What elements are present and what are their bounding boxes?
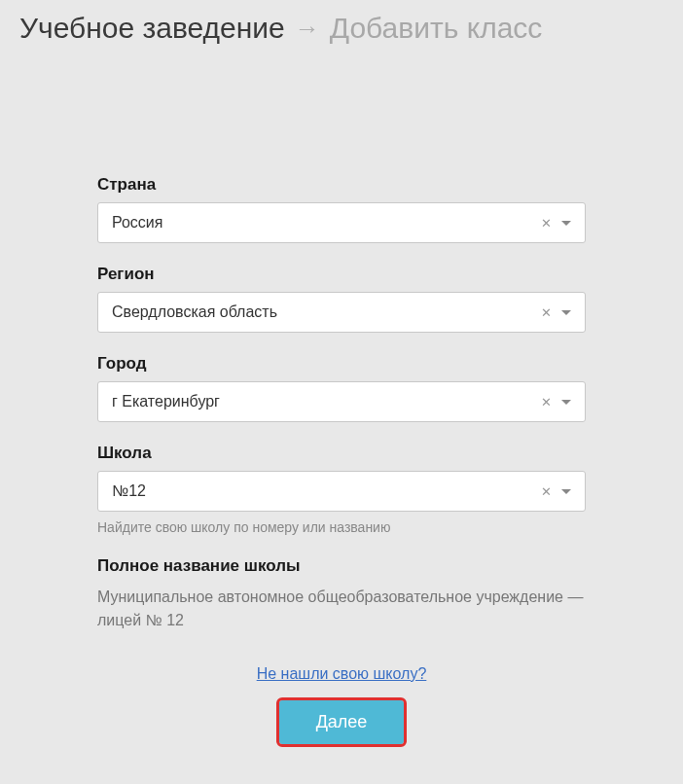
- school-group: Школа №12 ✕ Найдите свою школу по номеру…: [97, 444, 586, 535]
- breadcrumb: Учебное заведение → Добавить класс: [19, 12, 664, 45]
- city-label: Город: [97, 354, 586, 374]
- region-label: Регион: [97, 265, 586, 284]
- fullname-value: Муниципальное автономное общеобразовател…: [97, 586, 586, 632]
- city-value: г Екатеринбург: [112, 393, 220, 410]
- select-controls: ✕: [539, 203, 577, 242]
- header: Учебное заведение → Добавить класс: [0, 0, 683, 68]
- country-group: Страна Россия ✕: [97, 175, 586, 243]
- chevron-down-icon[interactable]: [561, 400, 571, 405]
- next-button[interactable]: Далее: [279, 700, 405, 744]
- region-value: Свердловская область: [112, 303, 277, 321]
- form-container: Страна Россия ✕ Регион Свердловская обла…: [0, 68, 683, 773]
- breadcrumb-next: Добавить класс: [330, 12, 543, 45]
- select-controls: ✕: [539, 472, 577, 511]
- city-select[interactable]: г Екатеринбург ✕: [97, 381, 586, 422]
- fullname-label: Полное название школы: [97, 556, 586, 576]
- school-hint: Найдите свою школу по номеру или названи…: [97, 519, 586, 535]
- school-value: №12: [112, 482, 146, 500]
- clear-icon[interactable]: ✕: [539, 482, 554, 501]
- select-controls: ✕: [539, 293, 577, 332]
- help-link-row: Не нашли свою школу?: [97, 665, 586, 683]
- clear-icon[interactable]: ✕: [539, 393, 554, 411]
- help-link[interactable]: Не нашли свою школу?: [257, 665, 427, 682]
- country-label: Страна: [97, 175, 586, 195]
- button-row: Далее: [97, 700, 586, 744]
- fullname-group: Полное название школы Муниципальное авто…: [97, 556, 586, 632]
- region-select[interactable]: Свердловская область ✕: [97, 292, 586, 333]
- region-group: Регион Свердловская область ✕: [97, 265, 586, 333]
- chevron-down-icon[interactable]: [561, 310, 571, 315]
- breadcrumb-current: Учебное заведение: [19, 12, 285, 45]
- clear-icon[interactable]: ✕: [539, 214, 554, 232]
- school-label: Школа: [97, 444, 586, 463]
- country-select[interactable]: Россия ✕: [97, 202, 586, 243]
- clear-icon[interactable]: ✕: [539, 303, 554, 322]
- arrow-right-icon: →: [295, 14, 320, 44]
- school-select[interactable]: №12 ✕: [97, 471, 586, 512]
- chevron-down-icon[interactable]: [561, 489, 571, 494]
- country-value: Россия: [112, 214, 162, 232]
- chevron-down-icon[interactable]: [561, 221, 571, 226]
- city-group: Город г Екатеринбург ✕: [97, 354, 586, 422]
- select-controls: ✕: [539, 382, 577, 421]
